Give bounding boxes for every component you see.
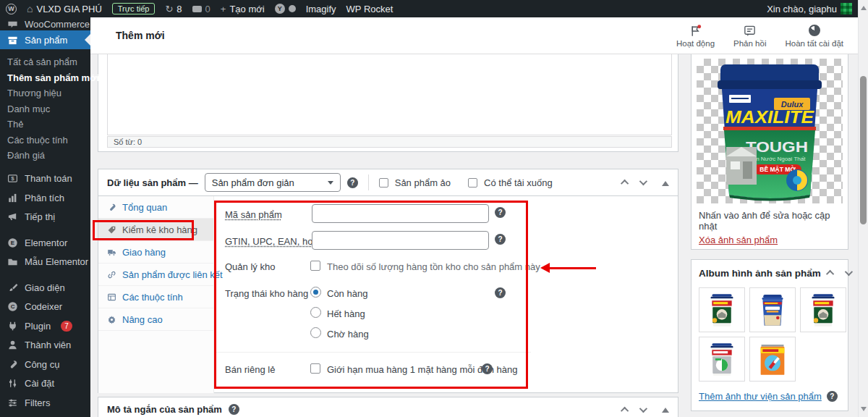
updates-button[interactable]: ↻ 8 bbox=[165, 4, 182, 14]
folder-icon bbox=[7, 256, 18, 267]
site-name: VLXD GIA PHÚ bbox=[36, 4, 101, 14]
stock-status-option-backorder[interactable]: Chờ hàng bbox=[327, 329, 369, 340]
gallery-thumbnail[interactable] bbox=[749, 287, 796, 332]
wrench-icon bbox=[107, 203, 116, 212]
account-menu[interactable]: Xin chào, giaphu bbox=[767, 3, 852, 14]
word-count: Số từ: 0 bbox=[114, 138, 142, 146]
tab-general[interactable]: Tổng quan bbox=[98, 196, 213, 219]
site-name-link[interactable]: ⌂ VLXD GIA PHÚ bbox=[27, 4, 102, 14]
submenu-tags[interactable]: Thẻ bbox=[0, 117, 90, 132]
comments-button[interactable]: 0 bbox=[192, 4, 210, 14]
stock-status-option-instock[interactable]: Còn hàng bbox=[327, 288, 367, 299]
sidebar-item-analytics[interactable]: Phân tích bbox=[0, 188, 90, 208]
page-title: Thêm mới bbox=[90, 30, 165, 41]
submenu-all-products[interactable]: Tất cả sản phẩm bbox=[0, 54, 90, 70]
gallery-thumbnail[interactable] bbox=[749, 337, 796, 382]
submenu-categories[interactable]: Danh mục bbox=[0, 101, 90, 117]
sku-input[interactable] bbox=[312, 204, 489, 223]
stock-status-option-outofstock[interactable]: Hết hàng bbox=[327, 308, 365, 319]
virtual-label[interactable]: Sản phẩm ảo bbox=[395, 177, 451, 188]
sidebar-item-tools[interactable]: Công cụ bbox=[0, 355, 90, 374]
sidebar-item-filters[interactable]: Filters bbox=[0, 393, 90, 413]
feedback-button[interactable]: Phản hồi bbox=[733, 23, 766, 48]
wordpress-logo-icon[interactable]: W bbox=[6, 4, 17, 14]
stock-status-radio-instock[interactable] bbox=[310, 287, 321, 298]
scroll-down-arrow-icon[interactable] bbox=[861, 407, 867, 414]
add-gallery-images-link[interactable]: Thêm ảnh thư viện sản phẩm bbox=[699, 391, 822, 402]
submenu-brands[interactable]: Thương hiệu bbox=[0, 85, 90, 101]
sold-individually-label: Bán riêng lẻ bbox=[225, 364, 275, 375]
product-image[interactable]: Dulux MAXILITE TOUGH Sơn Nước Ngoại Thất… bbox=[697, 59, 843, 203]
gallery-help-icon[interactable]: ? bbox=[827, 391, 838, 402]
gtin-input[interactable] bbox=[312, 231, 489, 250]
link-icon bbox=[107, 270, 116, 279]
collapse-toggle-icon[interactable] bbox=[662, 177, 669, 186]
tab-shipping[interactable]: Giao hàng bbox=[98, 241, 213, 264]
new-content-button[interactable]: + Tạo mới bbox=[221, 4, 265, 14]
form-divider bbox=[214, 352, 531, 353]
submenu-reviews[interactable]: Đánh giá bbox=[0, 148, 90, 164]
short-description-help-icon[interactable]: ? bbox=[229, 404, 239, 415]
remove-image-link[interactable]: Xóa ảnh sản phẩm bbox=[699, 235, 778, 245]
gallery-thumbnail[interactable] bbox=[699, 337, 745, 382]
move-down-icon[interactable] bbox=[845, 268, 853, 276]
sidebar-item-marketing[interactable]: Tiếp thị bbox=[0, 208, 90, 227]
sidebar-item-settings[interactable]: Cài đặt bbox=[0, 374, 90, 394]
sidebar-item-appearance[interactable]: Giao diện bbox=[0, 278, 90, 298]
move-down-icon[interactable] bbox=[639, 177, 647, 185]
gallery-thumbnail[interactable] bbox=[800, 287, 846, 332]
wp-rocket-menu[interactable]: WP Rocket bbox=[346, 4, 393, 14]
content-header: Thêm mới Hoạt động Phản hồi Hoàn tất cài… bbox=[90, 17, 858, 54]
virtual-checkbox[interactable] bbox=[379, 178, 388, 188]
flag-icon bbox=[689, 24, 702, 38]
gallery-thumbnail[interactable] bbox=[699, 287, 745, 332]
product-gallery-panel: Album hình ảnh sản phẩm bbox=[691, 259, 848, 411]
admin-sidebar: WooCommerce Sản phẩm Tất cả sản phẩm Thê… bbox=[0, 17, 90, 417]
sold-individually-help-icon[interactable]: ? bbox=[482, 363, 493, 374]
downloadable-label[interactable]: Có thể tải xuống bbox=[484, 177, 553, 188]
sold-individually-checkbox[interactable] bbox=[310, 363, 320, 374]
new-content-label: Tạo mới bbox=[229, 4, 264, 14]
submenu-attributes[interactable]: Các thuộc tính bbox=[0, 132, 90, 148]
inventory-form: Mã sản phẩm ? GTIN, UPC, EAN, hoặc ISBN … bbox=[214, 196, 678, 393]
imagify-menu[interactable]: Imagify bbox=[306, 4, 336, 14]
sidebar-item-elementor[interactable]: E Elementor bbox=[0, 233, 90, 253]
sidebar-item-woocommerce[interactable]: WooCommerce bbox=[0, 17, 90, 30]
manage-stock-checkbox[interactable] bbox=[310, 261, 320, 271]
activity-button[interactable]: Hoạt động bbox=[676, 23, 715, 48]
sidebar-item-products[interactable]: Sản phẩm bbox=[0, 30, 90, 49]
product-type-help-icon[interactable]: ? bbox=[347, 177, 358, 188]
sidebar-item-plugins[interactable]: Plugin 7 bbox=[0, 316, 90, 336]
stock-status-label: Trạng thái kho hàng bbox=[225, 288, 308, 299]
sidebar-item-users[interactable]: Thành viên bbox=[0, 336, 90, 355]
codeixer-icon: C bbox=[7, 301, 18, 312]
yoast-menu[interactable]: Y bbox=[275, 4, 296, 14]
scroll-up-arrow-icon[interactable] bbox=[861, 3, 867, 10]
sku-help-icon[interactable]: ? bbox=[495, 207, 506, 218]
sidebar-item-payments[interactable]: $ Thanh toán bbox=[0, 169, 90, 189]
sidebar-item-elementor-templates[interactable]: Mẫu Elementor bbox=[0, 253, 90, 272]
scrollbar-thumb[interactable] bbox=[860, 76, 867, 224]
tab-attributes[interactable]: Các thuộc tính bbox=[98, 286, 213, 308]
stock-status-radio-outofstock[interactable] bbox=[310, 307, 321, 318]
submenu-add-new-product[interactable]: Thêm sản phẩm mới bbox=[0, 70, 90, 86]
move-up-icon[interactable] bbox=[621, 406, 629, 414]
move-down-icon[interactable] bbox=[639, 404, 647, 412]
product-type-select[interactable]: Sản phẩm đơn giản bbox=[205, 173, 341, 192]
tab-advanced[interactable]: Nâng cao bbox=[98, 308, 213, 331]
tab-inventory[interactable]: Kiểm kê kho hàng bbox=[98, 219, 213, 241]
stock-status-radio-backorder[interactable] bbox=[310, 327, 321, 338]
gtin-help-icon[interactable]: ? bbox=[495, 234, 506, 245]
finish-setup-button[interactable]: Hoàn tất cài đặt bbox=[785, 23, 843, 48]
move-up-icon[interactable] bbox=[621, 180, 629, 188]
downloadable-checkbox[interactable] bbox=[468, 178, 477, 188]
manage-stock-checkbox-label[interactable]: Theo dõi số lượng hàng tồn kho cho sản p… bbox=[327, 261, 540, 272]
tab-linked-products[interactable]: Sản phẩm được liên kết bbox=[98, 264, 213, 286]
svg-text:Sơn Nước Ngoại Thất: Sơn Nước Ngoại Thất bbox=[749, 156, 807, 162]
stock-status-help-icon[interactable]: ? bbox=[495, 287, 506, 298]
collapse-toggle-icon[interactable] bbox=[662, 404, 669, 413]
move-up-icon[interactable] bbox=[826, 270, 834, 278]
user-icon bbox=[7, 340, 18, 350]
product-image-panel: Dulux MAXILITE TOUGH Sơn Nước Ngoại Thất… bbox=[691, 53, 848, 250]
sidebar-item-codeixer[interactable]: C Codeixer bbox=[0, 298, 90, 317]
